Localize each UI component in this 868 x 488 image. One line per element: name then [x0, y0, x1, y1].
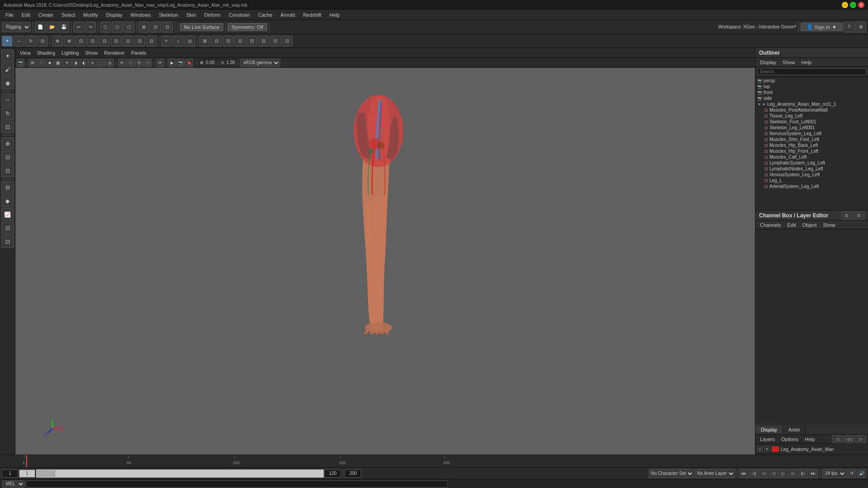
menu-item-edit[interactable]: Edit — [18, 11, 34, 19]
outliner-help-menu[interactable]: Help — [799, 59, 815, 66]
cb-icon-2[interactable]: ⊡ — [854, 211, 864, 220]
twist-button[interactable]: ⊡ — [134, 36, 145, 47]
snap-point-button[interactable]: ⊡ — [162, 22, 173, 33]
outliner-item-nervous[interactable]: ⊡ NervousSystem_Leg_Left — [755, 131, 868, 136]
menu-item-deform[interactable]: Deform — [201, 11, 224, 19]
soft-select-side[interactable]: ⊕ — [1, 137, 14, 150]
snap-to-button[interactable]: ⊡ — [211, 36, 222, 47]
outliner-item-front[interactable]: 📷 front — [755, 89, 868, 95]
paint-tool-side[interactable]: 🖌 — [1, 63, 14, 76]
isolate-toggle[interactable]: ◎ — [106, 59, 114, 67]
menu-item-windows[interactable]: Windows — [127, 11, 155, 19]
loop-button[interactable]: ↺ — [847, 469, 856, 478]
maximize-button[interactable]: □ — [850, 2, 856, 8]
symmetry-button[interactable]: Symmetry: Off — [227, 23, 267, 31]
grid-toggle[interactable]: ⊞ — [28, 59, 37, 67]
xray-toggle[interactable]: ⬚ — [97, 59, 105, 67]
intersect-button[interactable]: ⊡ — [223, 36, 234, 47]
pivot-side[interactable]: ⊡ — [1, 164, 14, 177]
minimize-button[interactable]: ─ — [842, 2, 848, 8]
step-back-button[interactable]: ◁ — [759, 469, 768, 478]
flare-button[interactable]: ⊡ — [99, 36, 110, 47]
move-tool-button[interactable]: ↔ — [14, 36, 24, 47]
playblast-btn[interactable]: ▶ — [168, 59, 176, 67]
script-input-field[interactable] — [26, 480, 448, 488]
dope-sheet-side[interactable]: ⊡ — [1, 222, 14, 235]
align-button[interactable]: ⊡ — [270, 36, 281, 47]
menu-item-arnold[interactable]: Arnold — [277, 11, 299, 19]
menu-item-constrain[interactable]: Constrain — [225, 11, 254, 19]
viewport-3d[interactable]: x y z — [15, 68, 755, 455]
vp-menu-show[interactable]: Show — [83, 49, 101, 56]
gate-toggle[interactable]: ⬡ — [127, 59, 135, 67]
rotate-side[interactable]: ↻ — [1, 107, 14, 120]
close-button[interactable]: ✕ — [858, 2, 864, 8]
soft-mod-button[interactable]: ⊕ — [52, 36, 63, 47]
menu-item-display[interactable]: Display — [103, 11, 126, 19]
layer-visible-toggle[interactable]: V — [757, 446, 763, 452]
outliner-item-lymphnodes[interactable]: ⊡ LymphaticNodes_Leg_Left — [755, 166, 868, 172]
help-layers-menu[interactable]: Help — [802, 436, 818, 442]
end-frame-input[interactable] — [325, 469, 341, 478]
menu-item-cache[interactable]: Cache — [255, 11, 276, 19]
outliner-item-skeleton-leg[interactable]: ⊡ Skeleton_Leg_Left001 — [755, 125, 868, 131]
vp-menu-renderer[interactable]: Renderer — [101, 49, 127, 56]
menu-item-skeleton[interactable]: Skeleton — [155, 11, 182, 19]
object-menu[interactable]: Object — [799, 222, 819, 228]
playback-btn-1[interactable]: ◁ — [832, 435, 843, 443]
outliner-item-arterial[interactable]: ⊡ ArterialSystem_Leg_Left — [755, 183, 868, 189]
audio-button[interactable]: 🔊 — [857, 469, 866, 478]
outliner-item-venous[interactable]: ⊡ VenousSystem_Leg_Left — [755, 172, 868, 178]
shaded-toggle[interactable]: ■ — [46, 59, 54, 67]
play-forward-button[interactable]: ▷ — [779, 469, 788, 478]
colorspace-dropdown[interactable]: sRGB gamma — [240, 59, 280, 67]
vp-menu-view[interactable]: View — [17, 49, 33, 56]
display-tab[interactable]: Display — [755, 426, 783, 433]
menu-item-file[interactable]: File — [2, 11, 17, 19]
sine-button[interactable]: ⊡ — [111, 36, 122, 47]
options-menu[interactable]: Options — [778, 436, 801, 442]
redo-button[interactable]: ↪ — [85, 22, 96, 33]
outliner-display-menu[interactable]: Display — [757, 59, 779, 66]
universal-button[interactable]: ↕ — [173, 36, 184, 47]
undo-button[interactable]: ↩ — [73, 22, 84, 33]
show-menu[interactable]: Show — [820, 222, 838, 228]
manipulator-button[interactable]: + — [161, 36, 172, 47]
prev-key-button[interactable]: ◁| — [749, 469, 758, 478]
rigging-dropdown[interactable]: Rigging — [2, 22, 31, 32]
outliner-item-muscles-hip-back[interactable]: ⊡ Muscles_Hip_Back_Left — [755, 142, 868, 148]
fps-dropdown[interactable]: 24 fps — [822, 469, 846, 478]
snap-curve-button[interactable]: ⊡ — [150, 22, 161, 33]
playback-btn-3[interactable]: ▷ — [855, 435, 866, 443]
layers-menu[interactable]: Layers — [757, 436, 778, 442]
outliner-item-tissue[interactable]: ⊡ Tissue_Leg_Left — [755, 113, 868, 119]
outliner-item-skeleton-foot[interactable]: ⊡ Skeleton_Foot_Left001 — [755, 119, 868, 125]
cb-icon-1[interactable]: ⊡ — [841, 211, 852, 220]
outliner-item-muscles-shin[interactable]: ⊡ Muscles_Shin_Foot_Left — [755, 136, 868, 142]
squash-button[interactable]: ⊡ — [123, 36, 133, 47]
playback-btn-2[interactable]: ◁◁ — [844, 435, 854, 443]
anim-tab[interactable]: Anim — [783, 426, 806, 433]
cluster-button[interactable]: ⊕ — [64, 36, 75, 47]
match-button[interactable]: ⊡ — [258, 36, 269, 47]
hud-toggle[interactable]: H — [118, 59, 126, 67]
menu-item-select[interactable]: Select — [58, 11, 79, 19]
film-gate[interactable]: ⬡ — [144, 59, 152, 67]
rivet-button[interactable]: ⊡ — [246, 36, 257, 47]
symmetry-side[interactable]: ⊡ — [1, 151, 14, 164]
select-button[interactable]: ⬡ — [100, 22, 111, 33]
menu-item-redshift[interactable]: Redshift — [299, 11, 325, 19]
menu-item-modify[interactable]: Modify — [80, 11, 101, 19]
go-end-button[interactable]: ⏭ — [809, 469, 818, 478]
layer-p-toggle[interactable]: P — [764, 446, 770, 452]
move-side[interactable]: ↔ — [1, 94, 14, 106]
textured-toggle[interactable]: ▦ — [54, 59, 62, 67]
current-frame-input[interactable] — [19, 469, 35, 478]
rotate-tool-button[interactable]: ↻ — [25, 36, 36, 47]
window-controls[interactable]: ─ □ ✕ — [842, 2, 864, 8]
menu-item-skin[interactable]: Skin — [183, 11, 199, 19]
bookmark-btn[interactable]: 🔖 — [185, 59, 193, 67]
trax-side[interactable]: ⊡ — [1, 235, 14, 248]
character-set-dropdown[interactable]: No Character Set — [649, 469, 694, 478]
start-frame-input[interactable] — [2, 469, 18, 478]
